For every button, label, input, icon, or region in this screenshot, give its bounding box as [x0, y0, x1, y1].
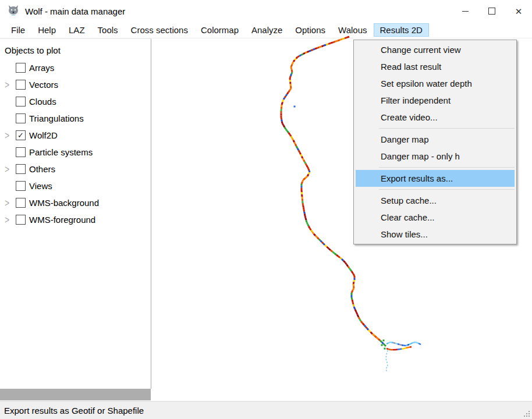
- menubar-item-analyze[interactable]: Analyze: [245, 23, 289, 37]
- context-menu-item-setup-cache[interactable]: Setup cache...: [354, 192, 516, 209]
- context-menu-item-filter-independent[interactable]: Filter independent: [354, 92, 516, 109]
- checkbox-particle-systems[interactable]: [16, 147, 26, 157]
- minimize-button[interactable]: [452, 0, 478, 22]
- objects-panel-title: Objects to plot: [0, 39, 151, 59]
- expand-chevron-icon[interactable]: >: [5, 130, 16, 141]
- tree-item-clouds[interactable]: Clouds: [0, 93, 151, 110]
- objects-panel: Objects to plot Arrays>VectorsCloudsTria…: [0, 38, 151, 389]
- tree-item-wms-foreground[interactable]: >WMS-foreground: [0, 211, 151, 228]
- window-controls: ✕: [452, 0, 532, 22]
- checkbox-wms-foreground[interactable]: [16, 215, 26, 225]
- checkbox-arrays[interactable]: [16, 63, 26, 73]
- checkbox-others[interactable]: [16, 164, 26, 174]
- tree-item-wolf2d[interactable]: >✓Wolf2D: [0, 127, 151, 144]
- menubar-item-help[interactable]: Help: [31, 23, 62, 37]
- close-icon: ✕: [515, 7, 523, 16]
- minimize-icon: [462, 11, 469, 12]
- menu-bar: FileHelpLAZToolsCross sectionsColormapAn…: [0, 22, 532, 38]
- context-menu-item-danger-map-only-h[interactable]: Danger map - only h: [354, 148, 516, 165]
- context-menu-item-change-current-view[interactable]: Change current view: [354, 41, 516, 58]
- menu-separator: [379, 189, 515, 190]
- tree-item-label: Arrays: [29, 63, 54, 73]
- tree-item-label: WMS-foreground: [29, 215, 95, 225]
- status-text: Export results as Geotif or Shapefile: [4, 406, 144, 416]
- menu-separator: [379, 128, 515, 129]
- checkbox-views[interactable]: [16, 181, 26, 191]
- context-menu-item-show-tiles[interactable]: Show tiles...: [354, 226, 516, 243]
- expand-chevron-icon[interactable]: >: [5, 79, 16, 91]
- tree-item-wms-background[interactable]: >WMS-background: [0, 194, 151, 211]
- menubar-item-tools[interactable]: Tools: [91, 23, 125, 37]
- tree-item-label: Particle systems: [29, 147, 93, 157]
- context-menu-item-danger-map[interactable]: Danger map: [354, 131, 516, 148]
- checkbox-vectors[interactable]: [16, 80, 26, 90]
- context-menu-item-clear-cache[interactable]: Clear cache...: [354, 209, 516, 226]
- close-button[interactable]: ✕: [505, 0, 532, 22]
- menubar-item-walous[interactable]: Walous: [332, 23, 373, 37]
- tree-item-particle-systems[interactable]: Particle systems: [0, 144, 151, 161]
- menubar-item-options[interactable]: Options: [289, 23, 332, 37]
- maximize-button[interactable]: [478, 0, 505, 22]
- objects-tree: Arrays>VectorsCloudsTriangulations>✓Wolf…: [0, 59, 151, 228]
- menubar-item-laz[interactable]: LAZ: [62, 23, 91, 37]
- maximize-icon: [488, 8, 495, 15]
- tree-item-label: WMS-background: [29, 198, 99, 208]
- window-title: Wolf - main data manager: [25, 6, 125, 16]
- resize-grip[interactable]: [523, 410, 530, 417]
- results-2d-menu: Change current viewRead last resultSet e…: [353, 40, 517, 244]
- expand-chevron-icon[interactable]: >: [5, 197, 16, 209]
- context-menu-item-set-epsilon-water-depth[interactable]: Set epsilon water depth: [354, 75, 516, 92]
- tree-item-vectors[interactable]: >Vectors: [0, 76, 151, 93]
- context-menu-item-read-last-result[interactable]: Read last result: [354, 58, 516, 75]
- context-menu-item-export-results-as[interactable]: Export results as...: [356, 170, 515, 187]
- expand-chevron-icon[interactable]: >: [5, 164, 16, 175]
- tree-item-triangulations[interactable]: Triangulations: [0, 110, 151, 127]
- context-menu-item-create-video[interactable]: Create video...: [354, 109, 516, 126]
- menubar-item-cross-sections[interactable]: Cross sections: [125, 23, 194, 37]
- tree-item-views[interactable]: Views: [0, 177, 151, 194]
- menubar-item-colormap[interactable]: Colormap: [194, 23, 245, 37]
- checkbox-triangulations[interactable]: [16, 113, 26, 123]
- status-bar: Export results as Geotif or Shapefile: [0, 401, 532, 419]
- tree-item-label: Wolf2D: [29, 130, 58, 140]
- tree-item-label: Views: [29, 181, 52, 191]
- tree-item-label: Others: [29, 164, 55, 174]
- tree-item-label: Clouds: [29, 97, 56, 106]
- tree-item-others[interactable]: >Others: [0, 161, 151, 177]
- tree-item-arrays[interactable]: Arrays: [0, 59, 151, 76]
- menu-separator: [379, 167, 515, 168]
- sidebar-horizontal-scrollbar[interactable]: [0, 389, 151, 400]
- expand-chevron-icon[interactable]: >: [5, 214, 16, 226]
- tree-item-label: Triangulations: [29, 113, 84, 123]
- checkbox-wolf2d[interactable]: ✓: [16, 130, 26, 140]
- checkbox-wms-background[interactable]: [16, 198, 26, 208]
- title-bar[interactable]: Wolf - main data manager ✕: [0, 0, 532, 22]
- menubar-item-file[interactable]: File: [5, 23, 31, 37]
- checkbox-clouds[interactable]: [16, 97, 26, 106]
- tree-item-label: Vectors: [29, 80, 58, 90]
- wolf-app-icon: [7, 5, 20, 17]
- menubar-item-results-2d[interactable]: Results 2D: [374, 23, 429, 37]
